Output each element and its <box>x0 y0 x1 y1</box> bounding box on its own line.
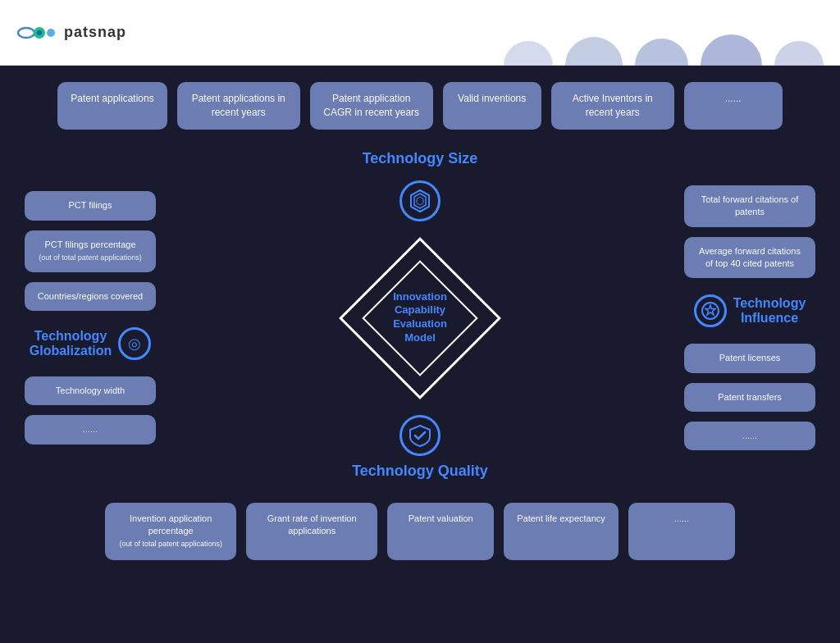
left-column: PCT filings PCT filings percentage (out … <box>25 191 156 444</box>
left-card-0[interactable]: PCT filings <box>25 191 156 220</box>
right-card-1[interactable]: Average forward citations of top 40 cite… <box>684 237 815 279</box>
logo-text: patsnap <box>64 24 126 41</box>
tech-quality-label: Technology Quality <box>352 463 488 480</box>
svg-point-3 <box>47 29 55 37</box>
center-column: Technology Size Innovation Capability Ev… <box>156 150 684 486</box>
metric-card-5[interactable]: ...... <box>684 82 783 130</box>
right-section-label-area: Technology Influence <box>684 288 815 334</box>
main-content: Patent applications Patent applications … <box>0 66 840 643</box>
logo-icon <box>16 21 57 45</box>
quality-icon <box>399 415 441 456</box>
metric-card-3[interactable]: Valid inventions <box>443 82 541 130</box>
bottom-card-3[interactable]: Patent life expectancy <box>504 503 619 560</box>
left-card-2[interactable]: Countries/regions covered <box>25 282 156 311</box>
logo: patsnap <box>16 21 126 45</box>
svg-marker-6 <box>417 197 423 205</box>
right-card-0[interactable]: Total forward citations of patents <box>684 185 815 227</box>
svg-point-2 <box>37 30 42 35</box>
right-column: Total forward citations of patents Avera… <box>684 185 815 451</box>
metric-card-0[interactable]: Patent applications <box>57 82 167 130</box>
header: patsnap <box>0 0 840 66</box>
center-model-label: Innovation Capability Evaluation Model <box>367 290 473 346</box>
left-card-4[interactable]: ...... <box>25 415 156 444</box>
semicircle-3 <box>635 39 688 66</box>
diamond-container: Innovation Capability Evaluation Model <box>338 236 502 400</box>
globalization-icon: ◎ <box>118 327 151 360</box>
metric-card-1[interactable]: Patent applications in recent years <box>177 82 300 130</box>
metric-card-4[interactable]: Active Inventors in recent years <box>551 82 674 130</box>
bottom-card-0[interactable]: Invention application percentage (out of… <box>105 503 236 560</box>
semicircle-5 <box>774 41 824 66</box>
left-card-1[interactable]: PCT filings percentage (out of total pat… <box>25 230 156 272</box>
metric-card-2[interactable]: Patent application CAGR in recent years <box>310 82 433 130</box>
diagram-area: PCT filings PCT filings percentage (out … <box>25 150 815 486</box>
bottom-row: Invention application percentage (out of… <box>25 503 815 560</box>
svg-marker-8 <box>705 305 715 315</box>
bottom-card-1[interactable]: Grant rate of invention applications <box>246 503 377 560</box>
semicircle-2 <box>565 37 623 66</box>
header-decorations <box>504 0 824 66</box>
left-card-3[interactable]: Technology width <box>25 376 156 405</box>
left-section-label-area: Technology Globalization ◎ <box>25 321 156 367</box>
semicircle-1 <box>504 41 553 66</box>
svg-point-0 <box>18 28 34 38</box>
influence-icon <box>694 294 727 327</box>
right-card-2[interactable]: Patent licenses <box>684 344 815 372</box>
size-icon <box>399 180 441 221</box>
right-card-4[interactable]: ...... <box>684 422 815 450</box>
svg-marker-5 <box>414 194 426 208</box>
bottom-card-2[interactable]: Patent valuation <box>387 503 494 560</box>
tech-size-label: Technology Size <box>363 150 478 167</box>
metrics-row: Patent applications Patent applications … <box>25 82 815 130</box>
tech-globalization-label: Technology Globalization <box>30 329 112 358</box>
right-card-3[interactable]: Patent transfers <box>684 383 815 412</box>
tech-influence-label: Technology Influence <box>733 296 806 326</box>
bottom-card-4[interactable]: ...... <box>628 503 735 560</box>
semicircle-4 <box>701 34 762 66</box>
